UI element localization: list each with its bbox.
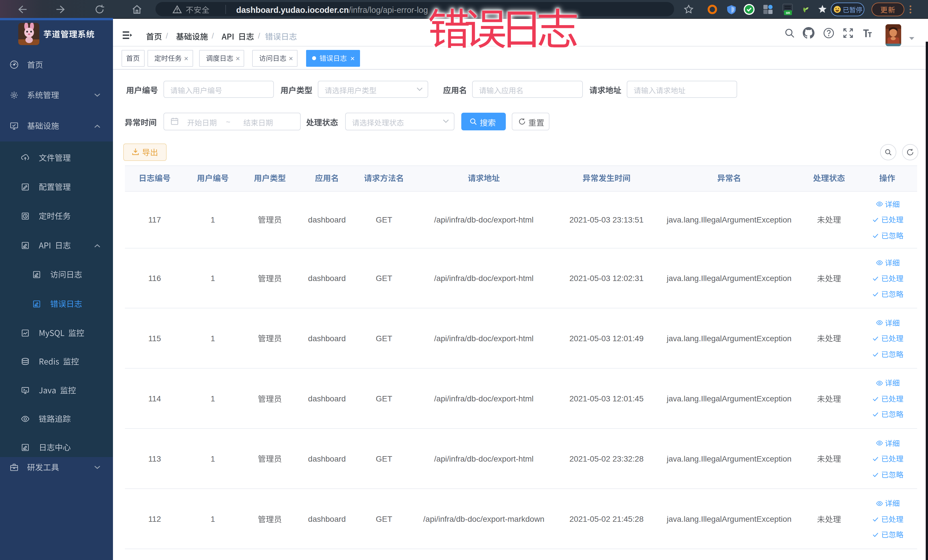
svg-text:on: on [786, 11, 790, 15]
